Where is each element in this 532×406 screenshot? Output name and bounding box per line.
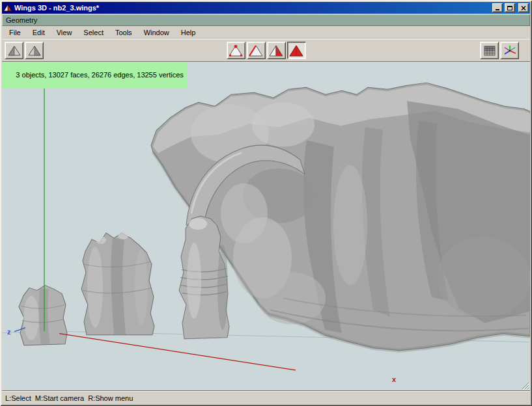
menu-edit[interactable]: Edit bbox=[27, 27, 51, 38]
mouse-hints: L:Select M:Start camera R:Show menu bbox=[5, 394, 133, 402]
redo-button[interactable] bbox=[25, 42, 44, 59]
titlebar[interactable]: Wings 3D - nb2_3.wings* bbox=[2, 2, 530, 14]
bulge-7 bbox=[437, 237, 530, 318]
menu-view[interactable]: View bbox=[51, 27, 78, 38]
pillar-center-shade bbox=[217, 245, 228, 330]
bulge-2 bbox=[252, 102, 315, 146]
pillar-mid-highlight-right bbox=[135, 249, 148, 325]
undo-pyramid-icon bbox=[7, 44, 21, 57]
body-mode-icon bbox=[289, 44, 303, 57]
viewport[interactable]: 3 objects, 13027 faces, 26276 edges, 132… bbox=[2, 61, 530, 391]
menubar: File Edit View Select Tools Window Help bbox=[2, 26, 530, 39]
menu-help[interactable]: Help bbox=[175, 27, 202, 38]
vertex-select-button[interactable] bbox=[227, 42, 245, 59]
wings3d-window: Wings 3D - nb2_3.wings* Geometry File Ed… bbox=[0, 0, 532, 406]
pillar-mid-knob-2 bbox=[118, 232, 128, 239]
pillar-small-highlight bbox=[23, 295, 39, 340]
bulge-4 bbox=[258, 272, 326, 324]
edge-select-button[interactable] bbox=[247, 42, 266, 59]
minimize-button[interactable] bbox=[492, 3, 503, 12]
maximize-icon bbox=[507, 6, 512, 10]
close-icon bbox=[521, 6, 526, 10]
pillar-center-highlight bbox=[187, 243, 201, 318]
statusbar: L:Select M:Start camera R:Show menu bbox=[2, 391, 530, 404]
pillar-mid-knob-1 bbox=[96, 236, 106, 244]
app-icon bbox=[3, 3, 12, 12]
vertex-mode-icon bbox=[229, 44, 243, 57]
undo-button[interactable] bbox=[5, 42, 23, 59]
smooth-shading-button[interactable] bbox=[480, 42, 499, 59]
axes-icon bbox=[503, 45, 516, 57]
resize-grip[interactable] bbox=[520, 381, 529, 390]
minimize-icon bbox=[495, 6, 500, 10]
viewport-3d-scene[interactable]: z x bbox=[2, 62, 530, 390]
geometry-pane-title: Geometry bbox=[6, 16, 37, 24]
z-axis-label: z bbox=[7, 328, 11, 336]
close-button[interactable] bbox=[518, 3, 529, 12]
scene-info-bar: 3 objects, 13027 faces, 26276 edges, 132… bbox=[2, 62, 188, 88]
x-axis-label: x bbox=[392, 375, 397, 383]
undo-redo-group bbox=[5, 42, 44, 59]
geometry-pane-header[interactable]: Geometry bbox=[2, 14, 530, 26]
maximize-button[interactable] bbox=[505, 3, 515, 12]
pillar-mid-highlight-left bbox=[87, 247, 103, 327]
redo-pyramid-icon bbox=[27, 44, 42, 57]
menu-select[interactable]: Select bbox=[77, 27, 109, 38]
pillar-center-knob bbox=[189, 218, 207, 230]
view-toggle-group bbox=[480, 42, 519, 59]
selection-mode-group bbox=[227, 42, 306, 59]
wireframe-grid-icon bbox=[483, 45, 496, 57]
menu-file[interactable]: File bbox=[3, 27, 27, 38]
toolbar bbox=[2, 39, 530, 61]
face-select-button[interactable] bbox=[267, 42, 286, 59]
show-axes-button[interactable] bbox=[500, 42, 519, 59]
bulge-5 bbox=[221, 183, 268, 243]
body-select-button[interactable] bbox=[287, 42, 306, 59]
scene-statistics: 3 objects, 13027 faces, 26276 edges, 132… bbox=[16, 71, 183, 79]
face-mode-icon bbox=[269, 44, 283, 57]
menu-window[interactable]: Window bbox=[138, 27, 175, 38]
window-title: Wings 3D - nb2_3.wings* bbox=[14, 4, 490, 12]
menu-tools[interactable]: Tools bbox=[109, 27, 138, 38]
edge-mode-icon bbox=[249, 44, 263, 57]
bulge-6 bbox=[333, 165, 367, 286]
